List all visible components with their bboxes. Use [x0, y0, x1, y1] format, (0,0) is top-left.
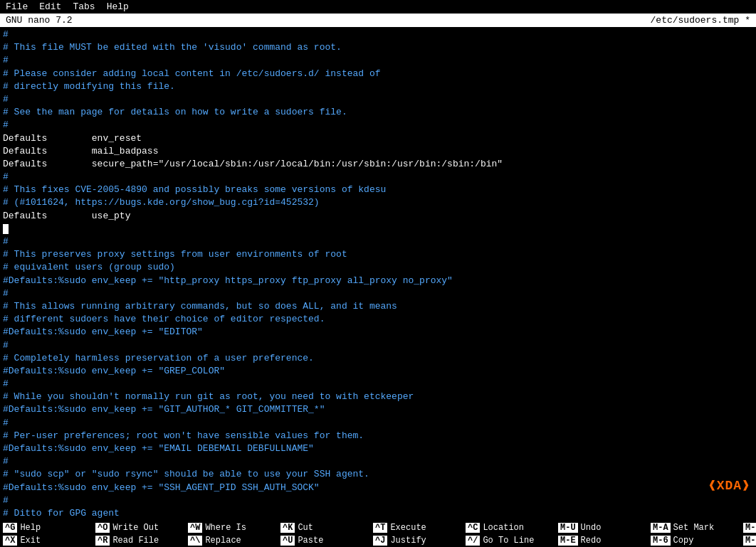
editor-line: # — [3, 119, 753, 132]
shortcut-key: ^W — [188, 523, 202, 533]
editor-line: # — [3, 171, 753, 184]
shortcut-label: Write Out — [112, 523, 159, 533]
editor-line: # — [3, 455, 753, 468]
shortcut-row1: ^GHelp^OWrite Out^WWhere Is^KCut^TExecut… — [0, 521, 756, 534]
shortcut-item[interactable]: ^RRead File — [93, 535, 185, 546]
shortcut-item[interactable]: ^UPaste — [278, 535, 370, 546]
shortcut-item[interactable]: ^GHelp — [0, 522, 93, 533]
shortcut-label: Exit — [20, 536, 41, 546]
editor-line: # — [3, 339, 753, 352]
file-path: /etc/sudoers.tmp * — [651, 15, 750, 26]
editor-line: Defaults use_pty — [3, 210, 753, 223]
shortcut-item[interactable]: ^\Replace — [185, 535, 278, 546]
editor-line: # directly modifying this file. — [3, 80, 753, 93]
editor-line: # This fixes CVE-2005-4890 and possibly … — [3, 184, 753, 196]
editor-line: # — [3, 28, 753, 41]
shortcut-label: Undo — [581, 523, 602, 533]
shortcut-key: M-A — [651, 523, 671, 533]
shortcut-key: ^J — [373, 536, 387, 546]
shortcut-key: ^U — [280, 536, 295, 546]
shortcut-key: ^/ — [466, 536, 480, 546]
editor-line: # — [3, 93, 753, 106]
shortcut-label: Redo — [581, 536, 602, 546]
shortcut-item[interactable]: ^/Go To Line — [463, 535, 555, 546]
editor-line: # See the man page for details on how to… — [3, 106, 753, 119]
shortcut-label: Help — [20, 523, 41, 533]
editor-line: #Defaults:%sudo env_keep += "http_proxy … — [3, 275, 753, 287]
shortcut-item[interactable]: ^TExecute — [370, 522, 463, 533]
shortcut-item[interactable]: ^KCut — [278, 522, 370, 533]
editor-line: # Ditto for GPG agent — [3, 507, 753, 520]
menu-file[interactable]: File — [6, 1, 28, 12]
menu-edit[interactable]: Edit — [39, 1, 61, 12]
editor-line: # "sudo scp" or "sudo rsync" should be a… — [3, 468, 753, 481]
editor-line: Defaults mail_badpass — [3, 145, 753, 158]
shortcut-label: Where Is — [205, 523, 246, 533]
shortcut-label: Read File — [112, 536, 159, 546]
editor-line: # Per-user preferences; root won't have … — [3, 430, 753, 442]
shortcut-item[interactable]: ^OWrite Out — [93, 522, 185, 533]
shortcut-item[interactable]: ^XExit — [0, 535, 93, 546]
shortcut-item[interactable]: M-] — [740, 522, 756, 533]
shortcut-key: ^R — [95, 536, 110, 546]
app-version: GNU nano 7.2 — [6, 15, 73, 26]
editor-line: # — [3, 378, 753, 391]
shortcut-item[interactable]: ^CLocation — [463, 522, 555, 533]
shortcut-row2: ^XExit^RRead File^\Replace^UPaste^JJusti… — [0, 534, 756, 547]
editor-line: # — [3, 54, 753, 67]
editor-lines: ## This file MUST be edited with the 'vi… — [3, 28, 753, 521]
shortcut-key: M-U — [558, 523, 578, 533]
shortcut-key: ^G — [3, 523, 17, 533]
shortcut-label: Execute — [390, 523, 426, 533]
shortcut-key: M-{ — [743, 536, 756, 546]
editor-line: #Defaults:%sudo env_keep += "GREP_COLOR" — [3, 365, 753, 378]
editor-line: #Defaults:%sudo env_keep += "EMAIL DEBEM… — [3, 442, 753, 455]
shortcut-key: ^\ — [188, 536, 202, 546]
menu-bar: File Edit Tabs Help — [0, 0, 756, 14]
editor-line: Defaults secure_path="/usr/local/sbin:/u… — [3, 158, 753, 171]
shortcut-item[interactable]: M-ASet Mark — [648, 522, 740, 533]
editor-line: #Defaults:%sudo env_keep += "GPG_AGENT_I… — [3, 520, 753, 521]
shortcut-item[interactable]: ^WWhere Is — [185, 522, 278, 533]
shortcut-key: ^K — [280, 523, 295, 533]
editor-line: # — [3, 287, 753, 300]
shortcut-label: Location — [483, 523, 524, 533]
editor-line: # This preserves proxy settings from use… — [3, 248, 753, 261]
shortcut-key: M-] — [743, 523, 756, 533]
shortcut-item[interactable]: M-UUndo — [555, 522, 648, 533]
editor-line: Defaults env_reset — [3, 132, 753, 145]
shortcut-label: Replace — [205, 536, 241, 546]
editor-line: # — [3, 235, 753, 248]
editor-line: # different sudoers have their choice of… — [3, 313, 753, 326]
title-bar: GNU nano 7.2 /etc/sudoers.tmp * — [0, 14, 756, 27]
shortcut-item[interactable]: M-6Copy — [648, 535, 740, 546]
shortcut-key: ^O — [95, 523, 110, 533]
menu-tabs[interactable]: Tabs — [73, 1, 95, 12]
shortcut-item[interactable]: M-{ — [740, 535, 756, 546]
editor-line: # This allows running arbitrary commands… — [3, 300, 753, 313]
editor-line: # (#1011624, https://bugs.kde.org/show_b… — [3, 196, 753, 209]
shortcut-label: Go To Line — [483, 536, 534, 546]
menu-help[interactable]: Help — [107, 1, 129, 12]
shortcut-label: Set Mark — [673, 523, 715, 533]
shortcut-item[interactable]: M-ERedo — [555, 535, 648, 546]
shortcut-key: ^C — [466, 523, 480, 533]
shortcut-key: M-E — [558, 536, 578, 546]
shortcut-item[interactable]: ^JJustify — [370, 535, 463, 546]
editor-line: # Please consider adding local content i… — [3, 68, 753, 80]
xda-logo: ❰XDA❱ — [708, 477, 750, 493]
shortcut-key: ^T — [373, 523, 387, 533]
editor-line: # This file MUST be edited with the 'vis… — [3, 41, 753, 54]
shortcut-key: ^X — [3, 536, 17, 546]
shortcut-label: Paste — [298, 536, 323, 546]
shortcut-key: M-6 — [651, 536, 671, 546]
editor-line: # equivalent users (group sudo) — [3, 261, 753, 274]
shortcut-label: Cut — [298, 523, 313, 533]
editor-line — [3, 223, 753, 235]
editor-line: # — [3, 494, 753, 507]
editor-line: #Defaults:%sudo env_keep += "EDITOR" — [3, 326, 753, 339]
editor-line: # — [3, 417, 753, 430]
editor-area[interactable]: ## This file MUST be edited with the 'vi… — [0, 27, 756, 521]
editor-line: #Defaults:%sudo env_keep += "GIT_AUTHOR_… — [3, 403, 753, 416]
shortcut-label: Justify — [390, 536, 426, 546]
